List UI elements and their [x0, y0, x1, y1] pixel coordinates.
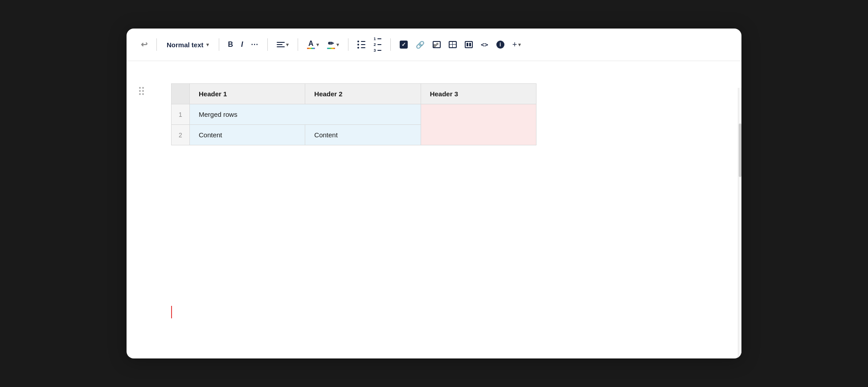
row-2-num: 2 [172, 125, 190, 145]
image-icon [433, 41, 441, 48]
align-group: ▾ [273, 39, 292, 50]
divider-4 [298, 38, 298, 51]
divider-3 [267, 38, 268, 51]
content-table: Header 1 Header 2 Header 3 1 Merged rows… [171, 83, 536, 145]
font-color-wrapper: A [307, 40, 315, 49]
link-icon: 🔗 [416, 41, 425, 49]
columns-button[interactable] [461, 38, 476, 51]
table-header-row: Header 1 Header 2 Header 3 [172, 84, 536, 104]
divider-2 [219, 38, 219, 51]
table-row: 1 Merged rows [172, 104, 536, 125]
link-button[interactable]: 🔗 [412, 38, 428, 52]
drag-handle[interactable] [139, 87, 144, 95]
bold-button[interactable]: B [225, 38, 237, 51]
merged-rows-cell[interactable]: Merged rows [190, 104, 421, 125]
more-format-button[interactable]: ··· [248, 38, 262, 51]
header-row-num [172, 84, 190, 104]
font-color-letter: A [308, 40, 314, 47]
plus-icon: + [512, 40, 517, 49]
unordered-list-button[interactable] [354, 38, 369, 51]
highlight-chevron: ▾ [336, 42, 339, 48]
table-button[interactable] [445, 38, 460, 51]
toolbar: ↩ Normal text ▾ B I ··· [127, 29, 741, 61]
undo-group: ↩ [137, 37, 151, 52]
undo-icon: ↩ [141, 40, 147, 49]
font-color-bar [307, 48, 315, 49]
header-2: Header 2 [305, 84, 421, 104]
checkbox-button[interactable]: ✓ [396, 38, 411, 51]
scrollbar[interactable] [738, 88, 741, 358]
content-cell-2[interactable]: Content [305, 125, 421, 145]
merged-columns-cell[interactable] [421, 104, 536, 145]
more-icon: ··· [251, 41, 258, 49]
plus-chevron: ▾ [518, 42, 521, 48]
highlight-bar [327, 48, 335, 49]
text-cursor [171, 306, 172, 318]
undo-button[interactable]: ↩ [137, 37, 151, 52]
divider-1 [156, 38, 157, 51]
highlight-button[interactable]: ✏ ▾ [323, 37, 343, 52]
info-button[interactable]: i [493, 38, 508, 51]
header-3: Header 3 [421, 84, 536, 104]
divider-5 [348, 38, 348, 51]
font-color-button[interactable]: A ▾ [303, 37, 323, 52]
row-1-num: 1 [172, 104, 190, 125]
divider-6 [390, 38, 391, 51]
font-color-chevron: ▾ [316, 42, 319, 48]
text-style-chevron: ▾ [206, 42, 209, 48]
info-icon: i [496, 41, 504, 49]
color-group: A ▾ ✏ ▾ [303, 37, 343, 52]
checkbox-icon: ✓ [400, 41, 408, 49]
highlight-wrapper: ✏ [327, 40, 335, 49]
bold-icon: B [228, 41, 233, 49]
italic-button[interactable]: I [237, 38, 246, 51]
columns-icon [465, 41, 473, 48]
text-style-button[interactable]: Normal text ▾ [162, 38, 213, 51]
content-cell-1[interactable]: Content [190, 125, 305, 145]
ordered-list-icon: 1 2 3 [373, 37, 381, 53]
align-icon [277, 42, 285, 47]
code-icon: <> [481, 41, 488, 48]
plus-button[interactable]: + ▾ [509, 37, 525, 52]
image-button[interactable] [429, 38, 444, 51]
table-icon [449, 41, 457, 48]
align-button[interactable]: ▾ [273, 39, 292, 50]
code-button[interactable]: <> [477, 38, 492, 51]
text-style-group: Normal text ▾ [162, 38, 213, 51]
list-group: 1 2 3 [354, 34, 385, 55]
italic-icon: I [241, 41, 243, 49]
insert-group: ✓ 🔗 [396, 37, 524, 52]
text-style-label: Normal text [167, 41, 204, 49]
unordered-list-icon [357, 41, 365, 49]
header-1: Header 1 [190, 84, 305, 104]
editor-content[interactable]: Header 1 Header 2 Header 3 1 Merged rows… [127, 61, 741, 358]
ordered-list-button[interactable]: 1 2 3 [370, 34, 385, 55]
scrollbar-thumb[interactable] [739, 124, 741, 177]
highlight-icon: ✏ [328, 40, 334, 47]
format-group: B I ··· [225, 38, 262, 51]
editor-container: ↩ Normal text ▾ B I ··· [127, 29, 741, 358]
align-chevron: ▾ [286, 42, 289, 48]
